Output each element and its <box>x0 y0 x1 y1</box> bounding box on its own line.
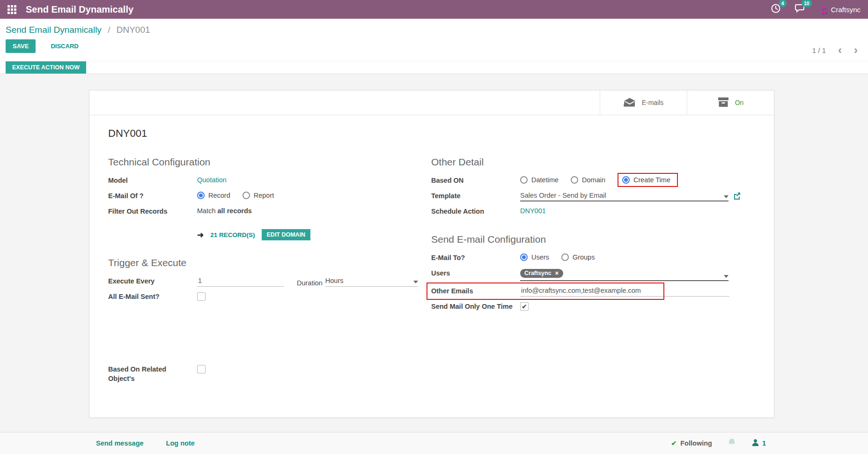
activity-clock-icon <box>771 7 781 15</box>
users-radio[interactable]: Users <box>520 253 549 261</box>
edit-domain-button[interactable]: EDIT DOMAIN <box>262 229 311 240</box>
apps-menu-icon[interactable] <box>7 5 16 14</box>
technical-configuration-heading: Technical Configuration <box>108 156 410 168</box>
bell-icon[interactable] <box>727 438 736 449</box>
activities-menu[interactable]: 4 <box>771 3 781 15</box>
filter-match-bold: all records <box>218 207 252 215</box>
users-radio-label: Users <box>531 253 549 261</box>
chat-bubble-icon <box>795 7 806 15</box>
following-label: Following <box>680 439 712 447</box>
user-tag-label: Craftsync <box>524 270 552 276</box>
execute-every-input[interactable]: 1 <box>197 277 284 287</box>
all-email-sent-row: All E-Mail Sent? ✔ <box>108 291 410 302</box>
domain-radio-circle <box>571 176 578 184</box>
execute-action-now-button[interactable]: EXECUTE ACTION NOW <box>6 61 86 74</box>
breadcrumb-current: DNY001 <box>117 25 150 35</box>
record-radio-label: Record <box>208 192 230 199</box>
content-area: E-mails On DNY001 Technical Configuratio… <box>0 74 868 432</box>
messages-menu[interactable]: 10 <box>795 3 806 15</box>
following-button[interactable]: ✔ Following <box>671 439 712 447</box>
statusbar: EXECUTE ACTION NOW <box>0 61 868 74</box>
other-emails-input[interactable]: info@craftsync.com,test@example.com <box>520 287 729 297</box>
followers-button[interactable]: 1 <box>751 439 766 448</box>
pager: 1 / 1 ‹ › <box>812 46 858 54</box>
archive-stat-label: On <box>735 99 744 106</box>
envelope-icon <box>624 97 636 109</box>
external-link-icon[interactable] <box>733 192 741 201</box>
chevron-down-icon <box>724 275 728 278</box>
groups-radio[interactable]: Groups <box>561 253 595 261</box>
pager-previous-icon[interactable]: ‹ <box>838 46 842 54</box>
datetime-radio-label: Datetime <box>531 176 559 184</box>
avatar: S <box>820 5 827 15</box>
based-on-related-label: Based On Related Object's <box>108 364 188 383</box>
create-time-radio[interactable]: Create Time <box>622 176 670 184</box>
chevron-down-icon <box>724 195 728 198</box>
top-navbar: Send Email Dynamically 4 10 S Craftsync <box>0 0 868 19</box>
breadcrumb: Send Email Dynamically / DNY001 <box>6 25 868 35</box>
send-email-configuration-heading: Send E-mail Configuration <box>431 234 755 245</box>
users-label: Users <box>431 268 520 278</box>
model-value-link[interactable]: Quotation <box>197 176 227 184</box>
schedule-action-link[interactable]: DNY001 <box>520 207 546 215</box>
archive-stat-button[interactable]: On <box>687 90 774 115</box>
duration-select[interactable]: Hours <box>325 277 418 287</box>
send-once-checkbox[interactable]: ✔ <box>520 302 529 311</box>
archive-box-icon <box>718 97 729 109</box>
other-detail-heading: Other Detail <box>431 156 755 168</box>
duration-selected-value: Hours <box>325 277 344 284</box>
all-email-sent-label: All E-Mail Sent? <box>108 291 197 302</box>
user-menu[interactable]: S Craftsync <box>820 5 861 15</box>
send-once-row: Send Mail Only One Time ✔ <box>431 301 755 312</box>
create-time-highlight-box: Create Time <box>618 173 678 187</box>
based-on-row: Based ON Datetime Domain <box>431 175 755 186</box>
duration-label: Duration <box>297 279 323 287</box>
pager-next-icon[interactable]: › <box>854 46 858 54</box>
based-on-related-checkbox[interactable]: ✔ <box>197 365 206 373</box>
arrow-right-icon: ➜ <box>197 230 204 240</box>
domain-radio[interactable]: Domain <box>571 176 605 184</box>
followers-count: 1 <box>762 439 766 447</box>
following-check-icon: ✔ <box>671 439 677 447</box>
messages-badge: 10 <box>802 0 812 7</box>
records-count-link[interactable]: 21 RECORD(S) <box>210 231 255 238</box>
datetime-radio[interactable]: Datetime <box>520 176 559 184</box>
schedule-action-row: Schedule Action DNY001 <box>431 206 755 217</box>
other-emails-row: Other Emails info@craftsync.com,test@exa… <box>431 286 755 297</box>
log-note-link[interactable]: Log note <box>166 439 195 447</box>
records-count-row: ➜ 21 RECORD(S) EDIT DOMAIN <box>108 222 410 240</box>
save-button[interactable]: SAVE <box>6 39 36 53</box>
right-column: Other Detail Based ON Datetime Domain <box>431 140 755 388</box>
based-on-related-row: Based On Related Object's ✔ <box>108 364 410 383</box>
template-label: Template <box>431 191 520 201</box>
other-emails-label: Other Emails <box>431 286 520 296</box>
user-name: Craftsync <box>831 6 861 14</box>
execute-every-label: Execute Every <box>108 276 197 286</box>
filter-out-records-label: Filter Out Records <box>108 206 197 216</box>
report-radio-circle <box>243 192 250 199</box>
tag-close-icon[interactable]: ✕ <box>555 270 559 276</box>
schedule-action-label: Schedule Action <box>431 206 520 216</box>
all-email-sent-checkbox[interactable]: ✔ <box>197 292 206 301</box>
form-card: E-mails On DNY001 Technical Configuratio… <box>89 90 774 418</box>
filter-out-records-row: Filter Out Records Match all records <box>108 206 410 217</box>
report-radio[interactable]: Report <box>243 192 274 199</box>
email-to-label: E-Mail To? <box>431 253 520 263</box>
users-row: Users Craftsync ✕ <box>431 268 755 281</box>
groups-radio-label: Groups <box>573 253 595 261</box>
emails-stat-button[interactable]: E-mails <box>600 90 687 115</box>
execute-every-row: Execute Every 1 Duration Hours <box>108 276 410 287</box>
user-tag: Craftsync ✕ <box>520 269 563 278</box>
send-message-link[interactable]: Send message <box>96 439 144 447</box>
model-label: Model <box>108 175 197 186</box>
users-many2many-input[interactable]: Craftsync ✕ <box>520 269 728 281</box>
create-time-radio-label: Create Time <box>633 176 670 184</box>
send-once-label: Send Mail Only One Time <box>431 301 520 312</box>
discard-button[interactable]: DISCARD <box>48 42 81 50</box>
email-of-label: E-Mail Of ? <box>108 191 197 201</box>
record-radio[interactable]: Record <box>197 192 230 199</box>
template-select[interactable]: Sales Order - Send by Email <box>520 192 728 201</box>
domain-radio-label: Domain <box>582 176 605 184</box>
breadcrumb-parent-link[interactable]: Send Email Dynamically <box>6 25 102 35</box>
app-title: Send Email Dynamically <box>26 4 133 15</box>
